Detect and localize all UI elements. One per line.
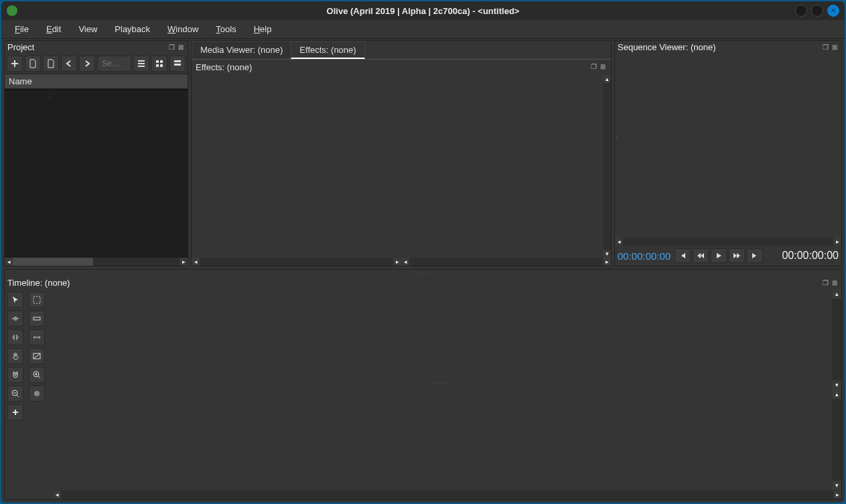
- undo-icon: [64, 59, 74, 68]
- effects-body: ⋮ ▴ ▾: [192, 75, 611, 258]
- svg-rect-3: [160, 64, 163, 67]
- drag-handle-icon[interactable]: ······: [5, 270, 841, 276]
- play-icon: [715, 252, 723, 260]
- menu-file[interactable]: File: [8, 21, 36, 37]
- fast-forward-button[interactable]: [729, 248, 745, 263]
- scroll-up-icon[interactable]: ▴: [603, 75, 611, 83]
- tab-effects[interactable]: Effects: (none): [291, 41, 364, 59]
- close-panel-icon[interactable]: ⊠: [599, 62, 607, 70]
- pointer-tool[interactable]: [7, 292, 23, 308]
- column-name: Name: [9, 76, 32, 86]
- skip-end-icon: [751, 252, 759, 260]
- scroll-left-icon[interactable]: ◂: [53, 491, 61, 499]
- rewind-button[interactable]: [693, 248, 709, 263]
- slip-tool[interactable]: [29, 329, 45, 345]
- timecode-left[interactable]: 00:00:00:00: [618, 250, 671, 262]
- effects-area[interactable]: ⋮: [192, 75, 603, 258]
- main-area: Project ❐ ⊠: [1, 39, 845, 503]
- maximize-button[interactable]: [811, 5, 823, 17]
- drag-handle-icon[interactable]: ······: [433, 380, 451, 386]
- scroll-up-icon[interactable]: ▴: [832, 289, 841, 299]
- scroll-right-icon[interactable]: ▸: [833, 238, 841, 246]
- open-button[interactable]: [25, 56, 41, 72]
- menu-tools[interactable]: Tools: [209, 21, 242, 37]
- scroll-down-icon[interactable]: ▾: [832, 380, 841, 390]
- rolling-icon: [32, 314, 42, 323]
- add-track-button[interactable]: [7, 404, 23, 420]
- rolling-tool[interactable]: [29, 311, 45, 327]
- edit-tool[interactable]: [29, 292, 45, 308]
- go-start-button[interactable]: [675, 248, 691, 263]
- project-list[interactable]: [5, 89, 188, 258]
- hand-tool[interactable]: [7, 348, 23, 364]
- record-button[interactable]: [29, 386, 45, 402]
- menu-window[interactable]: Window: [161, 21, 205, 37]
- search-input[interactable]: [97, 56, 131, 72]
- project-hscroll[interactable]: ◂ ▸: [5, 258, 188, 266]
- drag-handle-icon[interactable]: ⋮: [47, 94, 54, 100]
- timeline-hscroll[interactable]: ◂ ▸: [53, 490, 841, 499]
- play-button[interactable]: [711, 248, 727, 263]
- menu-view[interactable]: View: [72, 21, 104, 37]
- zoom-in-button[interactable]: [29, 367, 45, 383]
- scroll-up-icon[interactable]: ▴: [832, 390, 841, 399]
- scroll-right-icon[interactable]: ▸: [180, 258, 188, 266]
- transition-tool[interactable]: [29, 348, 45, 364]
- undo-button[interactable]: [61, 56, 77, 72]
- scroll-left-icon[interactable]: ◂: [615, 238, 623, 246]
- save-button[interactable]: [43, 56, 59, 72]
- tree-icon: [137, 59, 146, 68]
- float-panel-icon[interactable]: ❐: [167, 44, 175, 52]
- timeline-vscroll-upper[interactable]: ▴ ▾ ▴ ▾: [832, 289, 841, 490]
- effects-panel: Media Viewer: (none) Effects: (none) Eff…: [191, 40, 612, 266]
- plus-icon: [10, 59, 19, 68]
- close-panel-icon[interactable]: ⊠: [831, 279, 839, 287]
- scroll-left-icon[interactable]: ◂: [5, 258, 13, 266]
- effects-vscroll[interactable]: ▴ ▾: [603, 75, 611, 258]
- close-panel-icon[interactable]: ⊠: [177, 44, 185, 52]
- tree-view-button[interactable]: [133, 56, 149, 72]
- razor-tool[interactable]: [7, 329, 23, 345]
- drag-handle-icon[interactable]: ⋮: [614, 134, 621, 141]
- redo-button[interactable]: [79, 56, 95, 72]
- go-end-button[interactable]: [747, 248, 763, 263]
- scroll-right-icon[interactable]: ▸: [833, 491, 841, 499]
- tab-media-viewer[interactable]: Media Viewer: (none): [192, 41, 291, 59]
- float-panel-icon[interactable]: ❐: [821, 279, 829, 287]
- new-button[interactable]: [7, 56, 23, 72]
- scroll-down-icon[interactable]: ▾: [832, 481, 841, 490]
- rewind-icon: [697, 252, 705, 260]
- menu-edit[interactable]: Edit: [40, 21, 68, 37]
- marquee-icon: [32, 295, 42, 305]
- svg-rect-5: [174, 64, 181, 66]
- scroll-left-icon[interactable]: ◂: [401, 258, 409, 266]
- file-icon: [28, 59, 38, 68]
- list-view-button[interactable]: [169, 56, 186, 72]
- float-panel-icon[interactable]: ❐: [821, 44, 829, 52]
- effects-hscroll-2[interactable]: ◂ ▸: [401, 258, 611, 266]
- project-column-header[interactable]: Name: [5, 74, 188, 89]
- ripple-tool[interactable]: [7, 311, 23, 327]
- minimize-button[interactable]: [795, 5, 807, 17]
- effects-hscroll-1[interactable]: ◂ ▸: [192, 258, 401, 266]
- close-panel-icon[interactable]: ⊠: [831, 44, 839, 52]
- scroll-down-icon[interactable]: ▾: [603, 250, 611, 258]
- snap-button[interactable]: [7, 367, 23, 383]
- float-panel-icon[interactable]: ❐: [589, 62, 597, 70]
- sequence-controls: 00:00:00:00: [615, 246, 841, 266]
- menu-help[interactable]: Help: [247, 21, 279, 37]
- scroll-right-icon[interactable]: ▸: [393, 258, 401, 266]
- zoom-out-button[interactable]: [7, 386, 23, 402]
- slip-icon: [32, 333, 42, 342]
- scroll-left-icon[interactable]: ◂: [192, 258, 200, 266]
- timeline-title: Timeline: (none): [7, 278, 70, 288]
- scroll-right-icon[interactable]: ▸: [603, 258, 611, 266]
- icon-view-button[interactable]: [151, 56, 167, 72]
- menu-playback[interactable]: Playback: [108, 21, 157, 37]
- timeline-panel: ······ Timeline: (none) ❐ ⊠: [4, 269, 842, 500]
- timeline-tracks[interactable]: ······: [53, 289, 832, 490]
- sequence-viewport[interactable]: ⋮: [615, 54, 841, 238]
- sequence-slider[interactable]: ◂ ▸: [615, 238, 841, 246]
- sequence-viewer-panel: Sequence Viewer: (none) ❐ ⊠ ⋮ ◂ ▸ 00:00:…: [614, 40, 842, 266]
- close-button[interactable]: [827, 5, 839, 17]
